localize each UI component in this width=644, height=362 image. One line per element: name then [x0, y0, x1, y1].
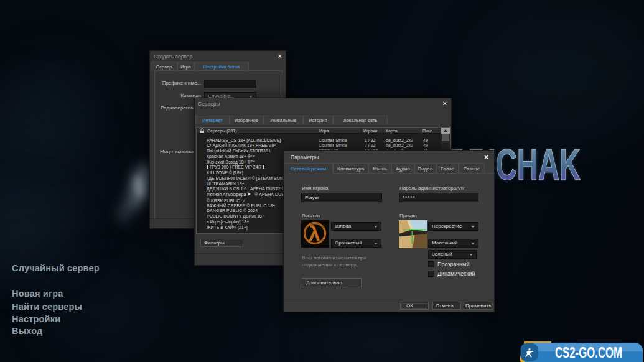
svg-text:λ: λ — [309, 222, 320, 245]
svg-text:CS2-GO.COM: CS2-GO.COM — [555, 344, 622, 361]
